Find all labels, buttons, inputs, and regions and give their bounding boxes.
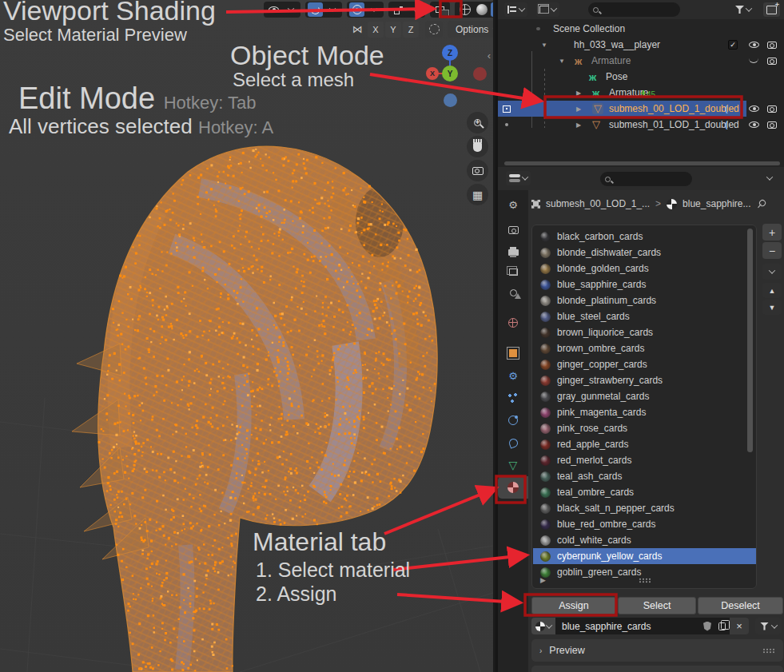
outliner-row[interactable]: ▼hh_033_wa__player✓ (498, 37, 784, 53)
proportional-chevron-icon[interactable] (366, 2, 381, 17)
properties-tab-physics[interactable] (498, 409, 528, 431)
properties-editor-type-button[interactable] (506, 171, 531, 185)
outliner-row[interactable]: ▶▽submesh_00_LOD_1_doubled( (498, 101, 784, 117)
properties-tab-particles[interactable] (498, 387, 528, 409)
outliner-editor-type-button[interactable] (504, 2, 527, 17)
material-list-item[interactable]: cold_white_cards (533, 532, 748, 548)
material-list-item[interactable]: gray_gunmetal_cards (533, 388, 748, 404)
cursor-eye-icon[interactable] (266, 2, 281, 17)
material-list-item[interactable]: brown_liquorice_cards (533, 324, 748, 340)
properties-tab-render[interactable] (498, 219, 528, 241)
material-list-item[interactable]: cyberpunk_yellow_cards (533, 548, 757, 564)
properties-tab-scene[interactable] (498, 281, 528, 304)
material-list-item[interactable]: blue_steel_cards (533, 308, 748, 324)
properties-tab-material[interactable] (498, 476, 528, 499)
remove-material-slot-button[interactable]: − (762, 242, 782, 259)
camera-icon[interactable] (767, 53, 777, 69)
gizmo-z-negative-axis[interactable] (444, 93, 457, 107)
outliner-filter-button[interactable] (732, 2, 754, 17)
disclosure-down-icon[interactable]: ▼ (559, 53, 565, 69)
material-list-item[interactable]: teal_ombre_cards (533, 484, 748, 500)
collection-checkbox[interactable]: ✓ (728, 37, 738, 53)
cursor-eye-chevron-icon[interactable] (283, 2, 298, 17)
shading-material-preview-icon[interactable] (491, 2, 493, 17)
material-list-item[interactable]: blue_sapphire_cards (533, 276, 748, 292)
properties-tab-view-layer[interactable] (498, 260, 528, 283)
move-slot-up-button[interactable]: ▲ (762, 283, 782, 298)
3d-viewport[interactable]: ⋈ XYZ Options Z X Y ▦ ‹ (0, 0, 493, 672)
outliner-row[interactable]: ▶▽submesh_01_LOD_1_doubled( (498, 117, 784, 133)
options-button[interactable]: Options (448, 21, 493, 38)
material-list-item[interactable]: red_apple_cards (533, 436, 748, 452)
material-list-item[interactable]: pink_magenta_cards (533, 404, 748, 420)
disclosure-right-icon[interactable]: ▶ (576, 117, 581, 133)
material-filter-button[interactable] (755, 618, 782, 634)
dashed-circle-icon[interactable] (425, 21, 443, 38)
outliner-display-mode-button[interactable] (536, 2, 559, 17)
browse-material-button[interactable] (531, 618, 555, 634)
new-collection-button[interactable] (763, 2, 780, 17)
mirror-y-button[interactable]: Y (385, 22, 401, 38)
snapping-falloff-icon[interactable] (308, 2, 323, 17)
pin-icon[interactable] (754, 197, 768, 211)
gizmos-icon[interactable] (391, 2, 406, 17)
material-specials-button[interactable] (762, 264, 782, 280)
add-material-slot-button[interactable]: + (762, 224, 782, 241)
material-list-item[interactable]: pink_rose_cards (533, 420, 748, 436)
disclosure-right-icon[interactable]: ▶ (576, 101, 581, 117)
camera-icon[interactable] (767, 117, 777, 133)
xray-toggle-icon[interactable] (432, 2, 448, 17)
properties-tab-world[interactable] (498, 312, 528, 334)
gizmo-x-axis[interactable]: X (426, 67, 439, 80)
material-list-item[interactable]: ginger_copper_cards (533, 356, 748, 372)
properties-tab-modifiers[interactable]: ⚙ (498, 364, 528, 387)
properties-tab-constraints[interactable] (498, 431, 528, 454)
material-list-item[interactable]: ginger_strawberry_cards (533, 372, 748, 388)
material-list-item[interactable]: blue_red_ombre_cards (533, 516, 748, 532)
material-list-item[interactable]: blonde_platinum_cards (533, 292, 748, 308)
camera-icon[interactable] (767, 37, 777, 53)
camera-view-icon[interactable] (467, 160, 488, 181)
move-slot-down-button[interactable]: ▼ (762, 300, 782, 315)
eye-icon[interactable] (749, 37, 759, 53)
preview-panel-header[interactable]: › Preview (531, 639, 783, 662)
material-list-item[interactable]: black_carbon_cards (533, 229, 748, 245)
properties-tab-data[interactable]: ▽ (498, 454, 528, 476)
material-list-item[interactable]: black_salt_n_pepper_cards (533, 500, 748, 516)
properties-tab-tool[interactable]: ⚙ (498, 193, 528, 216)
disclosure-down-icon[interactable]: ▼ (541, 37, 547, 53)
pan-hand-icon[interactable] (467, 136, 488, 157)
material-list-item[interactable]: red_merlot_cards (533, 452, 748, 468)
material-list-item[interactable]: brown_ombre_cards (533, 340, 748, 356)
properties-options-button[interactable] (764, 171, 775, 185)
grid-view-icon[interactable]: ▦ (467, 184, 488, 205)
eye-icon[interactable] (749, 101, 759, 117)
mirror-z-button[interactable]: Z (403, 22, 419, 38)
breadcrumb-material[interactable]: blue_sapphire... (683, 198, 750, 209)
panel-drag-grip[interactable] (762, 648, 775, 654)
eye-closed-icon[interactable] (749, 53, 758, 69)
deselect-button[interactable]: Deselect (698, 597, 783, 614)
outliner-hscrollbar[interactable] (504, 161, 780, 165)
mirror-x-button[interactable]: X (368, 22, 384, 38)
shading-wireframe-icon[interactable] (457, 2, 472, 17)
gizmo-y-axis[interactable]: Y (442, 66, 458, 82)
assign-button[interactable]: Assign (531, 597, 616, 614)
select-button[interactable]: Select (618, 597, 696, 614)
properties-tab-object[interactable] (498, 342, 528, 364)
material-name-field[interactable]: blue_sapphire_cards (555, 618, 700, 634)
gizmo-x-negative-axis[interactable] (473, 67, 487, 81)
disclosure-right-icon[interactable]: ▶ (576, 85, 581, 101)
zoom-icon[interactable] (467, 112, 488, 133)
properties-tab-output[interactable] (498, 240, 528, 262)
new-material-button[interactable] (714, 618, 730, 634)
material-list-item[interactable]: goblin_green_cards (533, 564, 748, 580)
material-list-item[interactable]: blonde_golden_cards (533, 260, 748, 276)
proportional-editing-icon[interactable] (349, 2, 364, 17)
shading-solid-icon[interactable] (474, 2, 489, 17)
gizmo-z-axis[interactable]: Z (442, 45, 458, 61)
snapping-chevron-icon[interactable] (324, 2, 340, 17)
camera-icon[interactable] (767, 101, 777, 117)
properties-search-input[interactable] (600, 172, 692, 186)
material-list-item[interactable]: blonde_dishwater_cards (533, 245, 748, 260)
